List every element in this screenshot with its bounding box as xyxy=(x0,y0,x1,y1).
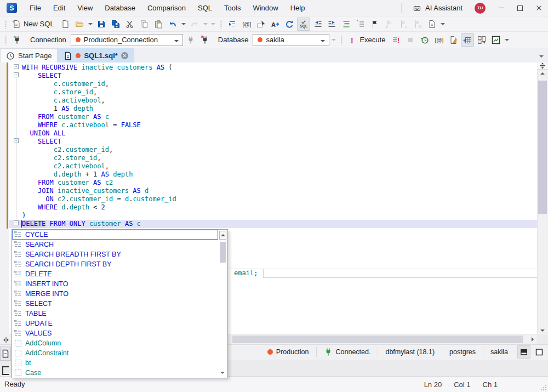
rename-object-button[interactable] xyxy=(254,18,267,31)
tab-start-page[interactable]: Start Page xyxy=(0,48,58,63)
next-bookmark-button[interactable] xyxy=(397,18,410,31)
connect-button[interactable] xyxy=(184,33,197,47)
scroll-down-button[interactable] xyxy=(537,327,548,334)
autocomplete-item-table[interactable]: TABLE xyxy=(12,309,218,319)
connection-select[interactable]: Production_Connection xyxy=(71,34,183,46)
autocomplete-item-bt[interactable]: bt xyxy=(12,358,218,368)
go-to-button[interactable] xyxy=(226,18,239,31)
fold-marker-line-1[interactable]: - xyxy=(14,64,19,69)
autocomplete-item-delete[interactable]: DELETE xyxy=(12,269,218,279)
toolbar-grip[interactable] xyxy=(220,20,222,29)
query-parameters-button[interactable]: [@] xyxy=(432,33,446,47)
autohide-sql-document-tab[interactable] xyxy=(0,346,11,361)
toolbar-grip[interactable] xyxy=(4,20,7,29)
document-button[interactable] xyxy=(425,18,438,31)
navigate-button[interactable]: A xyxy=(269,18,282,31)
autocomplete-item-search-depth-first-by[interactable]: SEARCH DEPTH FIRST BY xyxy=(12,259,218,269)
layout-button[interactable] xyxy=(475,33,488,47)
editor-layout-button[interactable] xyxy=(533,345,546,359)
disconnect-button[interactable] xyxy=(198,33,212,47)
autocomplete-item-values[interactable]: VALUES xyxy=(12,328,218,338)
menu-file[interactable]: File xyxy=(24,0,47,16)
horizontal-scroll-thumb[interactable] xyxy=(232,336,523,343)
redo-dropdown[interactable] xyxy=(202,18,209,31)
maximize-button[interactable] xyxy=(511,0,529,16)
save-all-button[interactable] xyxy=(109,18,122,31)
query-history-button[interactable] xyxy=(418,33,431,47)
validate-sql-button[interactable]: SQL xyxy=(297,18,310,31)
popup-scroll-up-button[interactable] xyxy=(219,231,226,240)
execute-button[interactable]: !Execute xyxy=(346,33,389,47)
vertical-scroll-thumb[interactable] xyxy=(538,81,547,214)
comment-lines-button[interactable]: ’ xyxy=(354,18,367,31)
minimize-button[interactable] xyxy=(492,0,511,16)
new-file-button[interactable] xyxy=(59,18,72,31)
copy-button[interactable] xyxy=(138,18,151,31)
previous-bookmark-button[interactable] xyxy=(383,18,396,31)
autocomplete-item-addconstraint[interactable]: AddConstraint xyxy=(12,348,218,358)
menu-window[interactable]: Window xyxy=(247,0,284,16)
autocomplete-item-merge-into[interactable]: MERGE INTO xyxy=(12,289,218,299)
toolbar-grip[interactable] xyxy=(4,36,7,44)
cut-button[interactable] xyxy=(123,18,136,31)
menu-tools[interactable]: Tools xyxy=(218,0,247,16)
menu-help[interactable]: Help xyxy=(284,0,311,16)
undo-button[interactable] xyxy=(166,18,179,31)
autohide-panel-tab[interactable] xyxy=(2,366,9,375)
execute-settings-button[interactable] xyxy=(447,33,460,47)
autocomplete-item-cycle[interactable]: CYCLE xyxy=(12,230,218,240)
undo-dropdown[interactable] xyxy=(180,18,187,31)
menu-database[interactable]: Database xyxy=(99,0,141,16)
redo-button[interactable] xyxy=(188,18,201,31)
menu-comparison[interactable]: Comparison xyxy=(141,0,192,16)
open-file-dropdown[interactable] xyxy=(87,18,94,31)
open-file-button[interactable] xyxy=(73,18,86,31)
autocomplete-item-update[interactable]: UPDATE xyxy=(12,319,218,328)
menu-view[interactable]: View xyxy=(71,0,99,16)
new-sql-button[interactable]: New SQL xyxy=(10,18,58,31)
editor-split-button[interactable] xyxy=(537,63,548,70)
menu-sql[interactable]: SQL xyxy=(192,0,218,16)
popup-scroll-thumb[interactable] xyxy=(220,242,226,263)
fold-marker-line-20[interactable]: - xyxy=(14,220,19,225)
splitter-button[interactable] xyxy=(1,334,11,345)
refresh-button[interactable] xyxy=(283,18,296,31)
database-select[interactable]: sakila xyxy=(253,34,329,46)
execute-toolbar-dropdown[interactable] xyxy=(504,33,510,47)
autocomplete-item-addcolumn[interactable]: AddColumn xyxy=(12,338,218,348)
autocomplete-item-search-breadth-first-by[interactable]: SEARCH BREADTH FIRST BY xyxy=(12,249,218,259)
resize-grip[interactable] xyxy=(540,384,547,391)
clear-bookmarks-button[interactable] xyxy=(411,18,424,31)
new-connection-button[interactable] xyxy=(10,33,24,47)
ai-assistant-button[interactable]: AI Assistant xyxy=(407,0,468,16)
autocomplete-item-select[interactable]: SELECT xyxy=(12,299,218,309)
manage-parameters-button[interactable]: [@] xyxy=(240,18,253,31)
paste-button[interactable] xyxy=(152,18,165,31)
fold-marker-line-2[interactable]: - xyxy=(14,72,19,77)
scroll-right-button[interactable] xyxy=(528,334,537,344)
tab-list-dropdown[interactable] xyxy=(539,51,544,59)
database-extra-dropdown[interactable] xyxy=(330,33,337,47)
user-avatar[interactable]: TU xyxy=(475,3,486,14)
toolbar-extra-dropdown[interactable] xyxy=(210,18,216,31)
save-button[interactable] xyxy=(95,18,108,31)
tab-sql1-sql[interactable]: SQL1.sql* xyxy=(58,48,134,63)
tab-close-icon[interactable] xyxy=(121,52,128,59)
stop-execution-button[interactable] xyxy=(404,33,417,47)
toggle-bookmark-button[interactable] xyxy=(368,18,381,31)
autocomplete-item-case[interactable]: Case xyxy=(12,368,218,378)
results-pane-layout-button[interactable] xyxy=(517,345,530,359)
autocomplete-item-insert-into[interactable]: INSERT INTO xyxy=(12,279,218,289)
increase-indent-button[interactable] xyxy=(326,18,339,31)
scroll-up-button[interactable] xyxy=(537,70,548,77)
toolbar-overflow-dropdown[interactable] xyxy=(439,18,446,31)
popup-scroll-down-button[interactable] xyxy=(219,370,226,376)
menu-edit[interactable]: Edit xyxy=(47,0,71,16)
close-button[interactable] xyxy=(529,0,548,16)
format-code-button[interactable] xyxy=(340,18,353,31)
query-profiler-button[interactable] xyxy=(489,33,503,47)
autocomplete-item-search[interactable]: SEARCH xyxy=(12,240,218,249)
results-to-grid-button[interactable] xyxy=(461,33,474,47)
decrease-indent-button[interactable] xyxy=(311,18,324,31)
execute-script-button[interactable]: ! xyxy=(390,33,403,47)
